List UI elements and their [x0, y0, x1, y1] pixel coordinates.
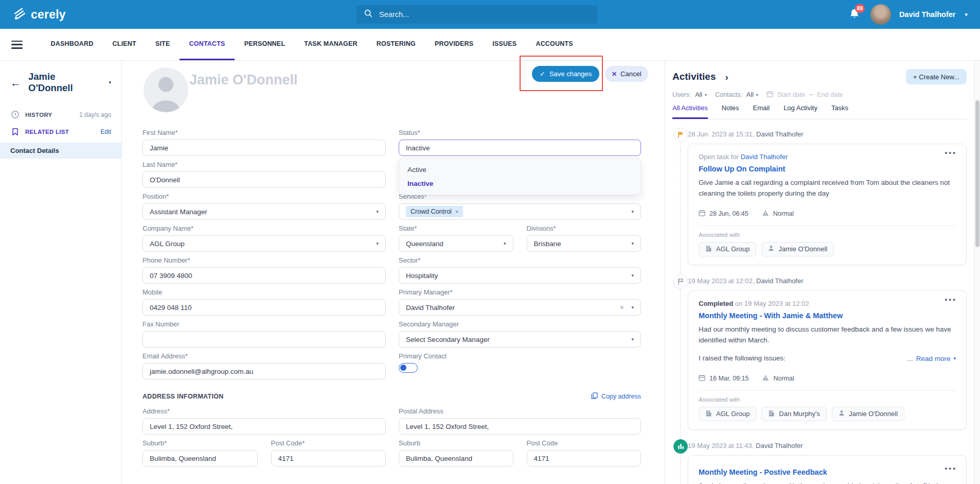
suburb-input[interactable] — [150, 455, 251, 462]
address-input[interactable] — [150, 423, 379, 430]
tab-tasks[interactable]: Tasks — [831, 104, 848, 119]
primary-contact-toggle[interactable] — [399, 363, 418, 373]
read-more-link[interactable]: ... Read more ▾ — [907, 355, 956, 362]
secondary-manager-field: Secondary Manager Select Secondary Manag… — [399, 320, 641, 348]
divisions-select[interactable]: Brisbane▾ — [527, 235, 642, 252]
post-code-input[interactable] — [278, 455, 379, 462]
mobile-input[interactable] — [150, 304, 379, 312]
scrollbar-thumb[interactable] — [975, 100, 979, 247]
postal-post-code-input[interactable] — [534, 455, 634, 462]
company-name-select[interactable]: AGL Group▾ — [142, 235, 386, 252]
activity-card: ●●● Completed on 19 May 2023 at 12:02 Mo… — [688, 290, 967, 430]
activity-title-link[interactable]: Monthly Meeting - Postive Feedback — [699, 468, 956, 476]
nav-item-contacts[interactable]: CONTACTS — [180, 29, 235, 60]
associated-company-chip[interactable]: AGL Group — [699, 407, 756, 421]
history-clock-icon — [10, 110, 20, 119]
search-input[interactable] — [379, 10, 590, 19]
activity-title-link[interactable]: Monthly Meeting - With Jamie & Matthew — [699, 312, 956, 320]
sector-select[interactable]: Hospitality▾ — [399, 267, 641, 284]
hamburger-menu-icon[interactable] — [11, 41, 23, 49]
primary-manager-select[interactable]: David Thalhofer ✕ ▾ — [399, 299, 641, 316]
chart-green-icon — [673, 439, 688, 454]
activity-title-link[interactable]: Follow Up On Complaint — [699, 165, 956, 173]
related-list-edit-link[interactable]: Edit — [100, 128, 111, 135]
position-select[interactable]: Assistant Manager▾ — [142, 203, 386, 220]
service-chip[interactable]: Crowd Control× — [406, 206, 463, 217]
start-date-input[interactable]: Start date — [777, 91, 805, 98]
related-list-row[interactable]: RELATED LIST Edit — [0, 128, 121, 136]
nav-item-site[interactable]: SITE — [146, 29, 180, 60]
tab-email[interactable]: Email — [753, 104, 770, 119]
activity-timestamp: 19 May 2023 at 12:02, David Thalhofer — [688, 274, 967, 285]
more-options-icon[interactable]: ●●● — [945, 297, 957, 302]
nav-item-rostering[interactable]: ROSTERING — [367, 29, 425, 60]
nav-item-providers[interactable]: PROVIDERS — [425, 29, 483, 60]
topbar: cerely 89 David Thalhofer ▾ — [0, 0, 980, 29]
state-select[interactable]: Queensland▾ — [399, 235, 513, 252]
activity-filters: Users: All▾ Contacts: All▾ Start date ~ … — [672, 91, 967, 99]
postal-address-input[interactable] — [406, 423, 634, 430]
tab-all-activities[interactable]: All Activities — [672, 104, 708, 119]
first-name-label: First Name* — [142, 129, 386, 136]
sidebar-item-contact-details[interactable]: Contact Details — [0, 143, 121, 159]
postal-suburb-input[interactable] — [406, 455, 506, 462]
brand-logo[interactable]: cerely — [12, 7, 66, 23]
secondary-manager-select[interactable]: Select Secondary Manager ▾ — [399, 331, 641, 348]
sector-label: Sector* — [399, 256, 641, 264]
notifications-button[interactable]: 89 — [849, 8, 862, 21]
tab-log-activity[interactable]: Log Activity — [783, 104, 817, 119]
sidebar-contact-title[interactable]: Jamie O'Donnell — [28, 71, 101, 94]
calendar-icon — [699, 210, 705, 218]
expand-activities-chevron-icon[interactable]: › — [725, 72, 728, 82]
checkmark-icon: ✓ — [540, 70, 545, 78]
contacts-filter-select[interactable]: All▾ — [746, 91, 758, 98]
primary-manager-label: Primary Manager* — [399, 288, 641, 296]
tab-notes[interactable]: Notes — [722, 104, 739, 119]
email-address-input[interactable] — [150, 368, 379, 375]
associated-person-chip[interactable]: Jamie O'Donnell — [832, 407, 904, 421]
postal-suburb-field: Suburb — [399, 439, 513, 466]
assignee-link[interactable]: David Thalhofer — [741, 153, 788, 161]
associated-company-chip[interactable]: AGL Group — [699, 242, 756, 256]
more-options-icon[interactable]: ●●● — [945, 150, 957, 155]
associated-person-chip[interactable]: Jamie O'Donnell — [761, 242, 834, 256]
chip-remove-icon[interactable]: × — [455, 209, 458, 215]
address-field: Address* — [142, 407, 386, 435]
services-multiselect[interactable]: Crowd Control× ▾ — [399, 203, 641, 220]
fax-number-input[interactable] — [150, 336, 379, 343]
bookmark-icon — [10, 128, 20, 136]
last-name-input[interactable] — [150, 176, 379, 184]
global-search[interactable] — [357, 5, 597, 24]
contact-switch-caret-icon[interactable]: ▾ — [109, 80, 111, 85]
more-options-icon[interactable]: ●●● — [945, 466, 957, 471]
nav-item-task-manager[interactable]: TASK MANAGER — [295, 29, 367, 60]
first-name-input[interactable] — [150, 144, 379, 152]
associated-company-chip[interactable]: Dan Murphy's — [761, 407, 827, 421]
cancel-button[interactable]: ✕ Cancel — [605, 66, 648, 82]
back-arrow-icon[interactable]: ← — [10, 77, 21, 88]
due-date: 16 Mar, 09:15 — [709, 375, 749, 382]
suburb-field: Suburb* — [142, 439, 258, 466]
status-input[interactable] — [406, 144, 634, 152]
user-menu-caret-icon[interactable]: ▾ — [965, 11, 968, 18]
create-new-button[interactable]: + Create New... — [906, 69, 967, 84]
status-option-active[interactable]: Active — [399, 163, 640, 177]
user-avatar[interactable] — [870, 4, 891, 25]
contact-avatar-placeholder[interactable] — [144, 67, 188, 112]
save-changes-button[interactable]: ✓ Save changes — [532, 66, 599, 82]
nav-item-dashboard[interactable]: DASHBOARD — [41, 29, 103, 60]
vertical-scrollbar[interactable] — [974, 61, 980, 484]
users-filter-select[interactable]: All▾ — [695, 91, 707, 98]
fax-number-label: Fax Number — [142, 320, 386, 328]
phone-number-input[interactable] — [150, 272, 379, 280]
end-date-input[interactable]: End date — [817, 91, 843, 98]
contacts-filter-label: Contacts: — [715, 91, 742, 98]
nav-item-client[interactable]: CLIENT — [103, 29, 146, 60]
clear-selection-icon[interactable]: ✕ — [619, 304, 624, 311]
history-row[interactable]: HISTORY 1 day/s ago — [0, 110, 121, 119]
copy-address-link[interactable]: Copy address — [591, 392, 641, 401]
nav-item-personnel[interactable]: PERSONNEL — [235, 29, 295, 60]
company-name-field: Company Name* AGL Group▾ — [142, 224, 386, 252]
status-option-inactive[interactable]: Inactive — [399, 177, 640, 191]
activity-body: Give Jamie a call regarding a complaint … — [699, 178, 956, 199]
